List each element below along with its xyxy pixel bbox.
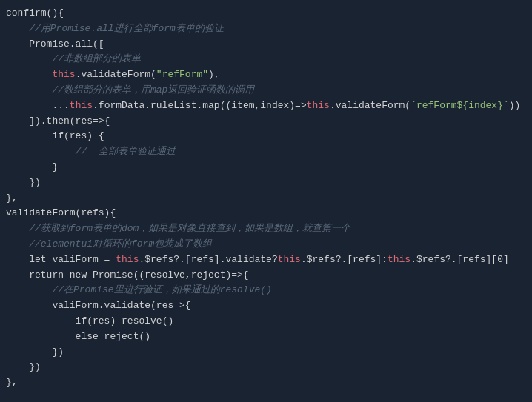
code-line: return new Promise((resolve,reject)=>{ [0,268,532,284]
code-token: let valiForm = [6,252,116,268]
code-line: //非数组部分的表单 [0,52,532,67]
code-token-this: this [388,252,410,268]
code-token-this: this [278,252,301,268]
code-line: }, [0,191,532,207]
code-token: } [6,160,58,175]
code-token: .formData.ruleList.map((item,index)=> [93,98,307,114]
code-line: }) [0,360,532,375]
code-token: if(res) { [6,129,104,144]
code-line: // 全部表单验证通过 [0,144,532,160]
code-token: confirm(){ [6,6,64,21]
code-token: // 全部表单验证通过 [6,144,176,160]
code-token: }) [6,360,41,375]
code-token: ... [6,98,70,114]
code-token: }, [6,191,18,207]
code-token: else reject() [6,329,150,345]
code-token: //非数组部分的表单 [6,52,141,67]
code-line: }, [0,375,532,391]
code-line: if(res) { [0,129,532,144]
code-token: //用Promise.all进行全部form表单的验证 [6,21,224,37]
code-token: if(res) resolve() [6,314,173,329]
code-token: .$refs?.[refs]: [301,252,388,268]
code-token: //获取到form表单的dom，如果是对象直接查到，如果是数组，就查第一个 [6,221,350,237]
code-line: validateForm(refs){ [0,206,532,221]
code-line: ]).then(res=>{ [0,114,532,130]
code-line: //用Promise.all进行全部form表单的验证 [0,21,532,37]
code-token: }, [6,375,18,391]
code-token: }) [6,175,41,191]
code-token: Promise.all([ [6,37,104,53]
code-editor: confirm(){ //用Promise.all进行全部form表单的验证 P… [0,0,532,397]
code-line: else reject() [0,329,532,345]
code-token: //在Promise里进行验证，如果通过的resolve() [6,283,272,298]
code-token: validateForm(refs){ [6,206,116,221]
code-token: //数组部分的表单，用map返回验证函数的调用 [6,83,254,98]
code-line: //在Promise里进行验证，如果通过的resolve() [0,283,532,298]
code-token: .validateForm( [76,67,156,83]
code-line: Promise.all([ [0,37,532,53]
code-line: this.validateForm("refForm"), [0,67,532,83]
code-line: }) [0,345,532,361]
code-token: .validateForm( [330,98,410,114]
code-token [6,67,52,83]
code-token: this [70,98,93,114]
code-token: ), [208,67,220,83]
code-token: )) [509,98,521,114]
code-token: "refForm" [156,67,208,83]
code-line: confirm(){ [0,6,532,21]
code-token-this: this [116,252,139,268]
code-line: //elementui对循环的form包装成了数组 [0,237,532,252]
code-token: this [52,67,75,83]
code-token: .$refs?.[refs][0] [410,252,509,268]
code-line: let valiForm = this.$refs?.[refs].valida… [0,252,532,268]
code-token: `refForm${index}` [410,98,509,114]
code-token: .$refs?.[refs].validate? [139,252,277,268]
code-line: //数组部分的表单，用map返回验证函数的调用 [0,83,532,98]
code-line: if(res) resolve() [0,314,532,329]
code-line: valiForm.validate(res=>{ [0,298,532,314]
code-line: ...this.formData.ruleList.map((item,inde… [0,98,532,114]
code-token: ]).then(res=>{ [6,114,110,130]
code-token: valiForm.validate(res=>{ [6,298,191,314]
code-line: } [0,160,532,175]
code-token: return new Promise((resolve,reject)=>{ [6,268,249,284]
code-token: }) [6,345,64,361]
code-token: //elementui对循环的form包装成了数组 [6,237,212,252]
code-line: //获取到form表单的dom，如果是对象直接查到，如果是数组，就查第一个 [0,221,532,237]
code-token: this [307,98,330,114]
code-line: }) [0,175,532,191]
